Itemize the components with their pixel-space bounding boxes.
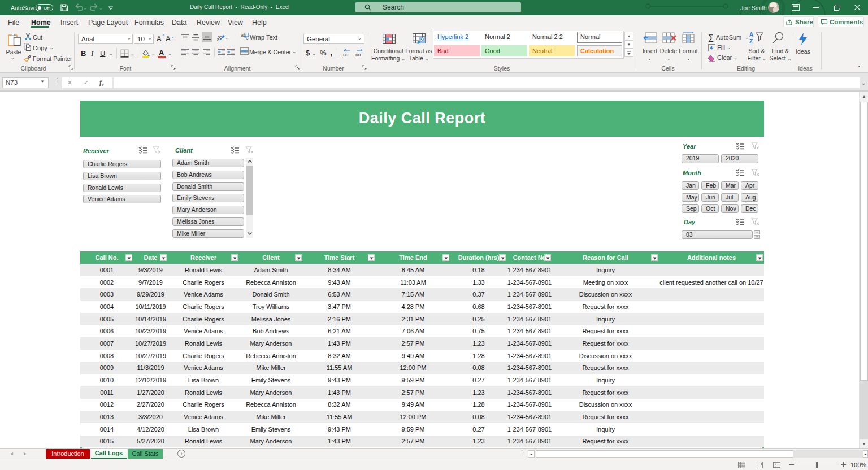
svg-text:A: A (749, 32, 753, 38)
svg-text:.00: .00 (354, 53, 361, 58)
svg-text:Z: Z (749, 38, 753, 44)
svg-text:.00: .00 (342, 53, 349, 58)
svg-text:c: c (246, 35, 249, 41)
